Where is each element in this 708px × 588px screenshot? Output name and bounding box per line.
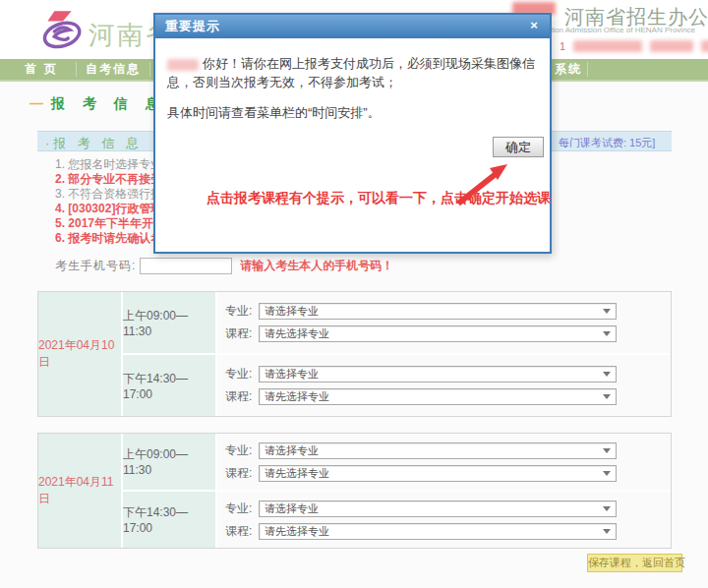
chevron-down-icon [603,394,611,399]
redacted-name [167,59,199,71]
henan-education-logo [37,8,88,55]
course-select[interactable]: 请先选择专业 [259,388,617,405]
nav-item-home[interactable]: 首 页 [10,59,73,80]
exam-fee-note: 每门课考试费: 15元] [559,136,655,150]
save-courses-button[interactable]: 保存课程，返回首页 [587,554,682,572]
phone-label: 考生手机号码: [55,258,136,274]
close-icon[interactable]: × [526,18,542,32]
course-label: 课程: [225,325,259,342]
panel-title: ·报 考 信 息 [45,135,143,152]
major-select[interactable]: 请选择专业 [259,303,617,320]
schedule-block-0410: 2021年04月10日 上午09:00—11:30 专业: 请选择专业 课程: … [37,291,672,417]
modal-text: 你好！请你在网上报考支付成功后，必须到现场采集图像信息，否则当次报考无效，不得参… [167,54,538,91]
exam-time-am: 上午09:00—11:30 [123,292,215,353]
logo-flag [47,11,71,21]
course-select[interactable]: 请先选择专业 [259,465,617,482]
chevron-down-icon [603,471,611,476]
exam-time-am: 上午09:00—11:30 [123,434,215,490]
major-select[interactable]: 请选择专业 [259,442,617,459]
modal-body: 你好！请你在网上报考支付成功后，必须到现场采集图像信息，否则当次报考无效，不得参… [155,38,550,122]
heading-text: 报 考 信 息 [51,95,166,111]
session-selects: 专业: 请选择专业 课程: 请先选择专业 [217,492,671,548]
major-select[interactable]: 请选择专业 [259,366,617,382]
course-select[interactable]: 请先选择专业 [259,523,617,540]
session-selects: 专业: 请选择专业 课程: 请先选择专业 [217,434,671,490]
phone-hint: 请输入考生本人的手机号码！ [240,258,393,274]
exam-date: 2021年04月11日 [38,434,121,548]
course-label: 课程: [225,388,259,405]
chevron-down-icon [603,372,611,377]
chevron-down-icon [603,506,611,511]
exam-date: 2021年04月10日 [38,292,121,416]
course-label: 课程: [225,465,259,482]
chevron-down-icon [603,309,611,314]
course-select[interactable]: 请先选择专业 [259,325,617,342]
schedule-block-0411: 2021年04月11日 上午09:00—11:30 专业: 请选择专业 课程: … [37,433,672,549]
modal-text-2: 具体时间请查看菜单栏的“时间安排”。 [167,103,538,122]
exam-time-pm: 下午14:30—17:00 [123,355,215,416]
modal-title: 重要提示 [155,18,220,35]
nav-item-selfexam-info[interactable]: 自考信息 [79,59,148,80]
phone-input[interactable] [140,258,232,274]
course-label: 课程: [225,523,259,540]
session-selects: 专业: 请选择专业 课程: 请先选择专业 [217,292,671,353]
major-label: 专业: [225,366,259,382]
chevron-down-icon [603,331,611,336]
modal-titlebar: 重要提示 × [155,15,550,38]
annotation-arrow-icon [446,152,521,209]
redacted-user-info: 1 [560,39,708,53]
major-label: 专业: [225,500,259,517]
chevron-down-icon [603,529,611,534]
heading-dash-left: — [30,95,43,111]
major-select[interactable]: 请选择专业 [259,500,617,517]
important-notice-modal: 重要提示 × 你好！请你在网上报考支付成功后，必须到现场采集图像信息，否则当次报… [153,13,552,254]
office-subtitle: tion Admission Office of HENAN Province [551,26,695,34]
major-label: 专业: [225,303,259,320]
exam-time-pm: 下午14:30—17:00 [123,492,215,548]
major-label: 专业: [225,442,259,459]
chevron-down-icon [603,448,611,453]
phone-row: 考生手机号码: 请输入考生本人的手机号码！ [55,257,393,274]
session-selects: 专业: 请选择专业 课程: 请先选择专业 [217,355,671,416]
